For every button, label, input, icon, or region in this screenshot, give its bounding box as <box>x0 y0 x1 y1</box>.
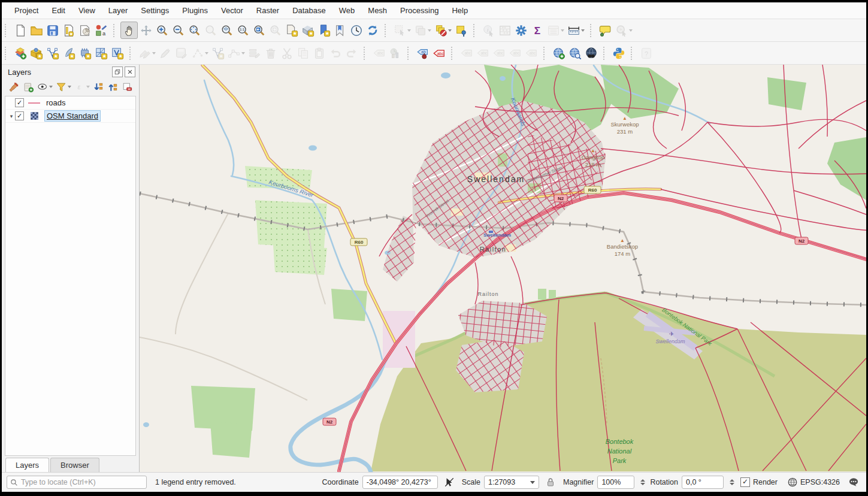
crs-globe-icon[interactable] <box>787 477 798 488</box>
measure-button[interactable] <box>565 22 582 38</box>
menu-project[interactable]: Project <box>8 4 45 17</box>
cut-features-button <box>279 45 295 61</box>
menu-plugins[interactable]: Plugins <box>176 4 214 17</box>
layer-roads-checkbox[interactable]: ✓ <box>15 98 24 107</box>
zoom-last-button[interactable] <box>251 22 267 38</box>
temporal-controller-button[interactable] <box>348 22 364 38</box>
map-label: Swellendam <box>483 232 511 238</box>
python-console-button[interactable] <box>610 45 627 61</box>
panel-float-button[interactable] <box>112 66 123 77</box>
pan-selection-button[interactable] <box>138 22 154 38</box>
new-geopackage-button[interactable] <box>28 45 44 61</box>
render-checkbox[interactable]: ✓ <box>740 477 750 487</box>
crs-value[interactable]: EPSG:4326 <box>800 478 840 486</box>
menu-mesh[interactable]: Mesh <box>361 4 394 17</box>
menu-settings[interactable]: Settings <box>134 4 176 17</box>
map-label: Bandietskop <box>607 243 638 250</box>
data-source-manager-button[interactable] <box>12 45 28 61</box>
show-bookmarks-button[interactable] <box>332 22 348 38</box>
expand-all-button[interactable] <box>91 80 105 94</box>
new-3d-map-view-button[interactable] <box>300 22 316 38</box>
layer-row-osm-standard[interactable]: ▾ ✓ OSM Standard <box>5 110 135 123</box>
manage-themes-button[interactable] <box>35 80 50 94</box>
menu-vector[interactable]: Vector <box>214 4 250 17</box>
magnifier-spin-buttons[interactable] <box>640 479 645 486</box>
menu-edit[interactable]: Edit <box>45 4 71 17</box>
layers-panel: Layers ✓ roads ▾ ✓ OSM Standard <box>2 65 140 472</box>
new-scratch-button[interactable] <box>77 45 93 61</box>
style-brush-button[interactable] <box>7 80 21 94</box>
map-label: Bontebok <box>606 438 634 445</box>
new-shapefile-button[interactable] <box>44 45 61 61</box>
scale-dropdown-arrow[interactable] <box>530 481 535 484</box>
new-spatialite-button[interactable] <box>61 45 77 61</box>
tab-browser[interactable]: Browser <box>50 458 99 472</box>
tab-layers[interactable]: Layers <box>5 458 49 472</box>
style-manager-button[interactable] <box>93 22 109 38</box>
globe-dark-button[interactable] <box>583 45 599 61</box>
messages-icon[interactable] <box>848 477 859 488</box>
map-canvas[interactable]: SwellendamRailtonRailton▲Skurwekop231 m▲… <box>140 65 866 472</box>
menu-web[interactable]: Web <box>332 4 362 17</box>
pan-button[interactable] <box>120 22 138 39</box>
add-group-button[interactable] <box>21 80 35 94</box>
layer-osm-checkbox[interactable]: ✓ <box>15 111 24 120</box>
statistics-button[interactable] <box>529 22 545 38</box>
menu-raster[interactable]: Raster <box>250 4 286 17</box>
scale-combobox[interactable]: 1:27093 <box>484 476 539 489</box>
map-tips-button[interactable] <box>597 22 613 38</box>
menu-database[interactable]: Database <box>286 4 332 17</box>
new-map-view-button[interactable] <box>283 22 300 38</box>
menu-processing[interactable]: Processing <box>394 4 445 17</box>
processing-toolbox-button[interactable] <box>513 22 529 38</box>
select-rect-button <box>392 22 408 38</box>
rotation-spin-buttons[interactable] <box>730 479 734 486</box>
zoom-out-button[interactable] <box>170 22 186 38</box>
select-value-button[interactable] <box>453 22 469 38</box>
lock-scale-icon[interactable] <box>545 477 556 488</box>
zoom-in-button[interactable] <box>154 22 170 38</box>
deselect-button[interactable] <box>433 22 449 38</box>
open-project-button[interactable] <box>28 22 44 38</box>
pin-labels-button <box>458 45 474 61</box>
delete-selected-button <box>262 45 279 61</box>
label-pin-blue-button[interactable] <box>415 45 431 61</box>
collapse-all-button[interactable] <box>105 80 120 94</box>
toolbar-main <box>2 19 866 42</box>
filter-legend-button[interactable] <box>54 80 68 94</box>
layout-manager-button[interactable] <box>77 22 93 38</box>
layers-summary-button <box>545 22 561 38</box>
globe-add-button[interactable] <box>551 45 567 61</box>
layer-osm-label[interactable]: OSM Standard <box>44 110 101 122</box>
layer-row-roads[interactable]: ✓ roads <box>5 96 135 110</box>
magnifier-label: Magnifier <box>563 478 594 486</box>
globe-search-button[interactable] <box>567 45 583 61</box>
locator-search-input[interactable]: Type to locate (Ctrl+K) <box>7 476 147 489</box>
layer-osm-expander[interactable]: ▾ <box>8 113 15 119</box>
zoom-native-button[interactable] <box>235 22 251 38</box>
new-virtual-button[interactable] <box>109 45 125 61</box>
toolbar-grip <box>407 47 413 60</box>
layer-roads-label[interactable]: roads <box>44 98 68 108</box>
extents-toggle-icon[interactable] <box>444 477 455 488</box>
menu-help[interactable]: Help <box>445 4 474 17</box>
menu-layer[interactable]: Layer <box>102 4 135 17</box>
magnifier-spinbox[interactable]: 100% <box>597 476 634 489</box>
toolbar-grip <box>364 47 369 60</box>
remove-layer-button[interactable] <box>120 80 134 94</box>
new-mesh-button[interactable] <box>93 45 109 61</box>
rotation-spinbox[interactable]: 0,0 ° <box>682 476 724 489</box>
zoom-full-button[interactable] <box>186 22 202 38</box>
refresh-button[interactable] <box>364 22 380 38</box>
zoom-layer-button[interactable] <box>219 22 235 38</box>
modify-attrs-button <box>246 45 262 61</box>
new-project-button[interactable] <box>12 22 28 38</box>
new-bookmark-button[interactable] <box>316 22 332 38</box>
dock-tab-bar: Layers Browser <box>2 456 139 472</box>
new-layout-button[interactable] <box>61 22 77 38</box>
panel-close-button[interactable] <box>125 66 135 77</box>
save-project-button[interactable] <box>44 22 61 38</box>
coordinate-input[interactable]: -34,0498° 20,4273° <box>362 476 438 489</box>
label-abc-red-button[interactable] <box>431 45 447 61</box>
menu-view[interactable]: View <box>72 4 102 17</box>
